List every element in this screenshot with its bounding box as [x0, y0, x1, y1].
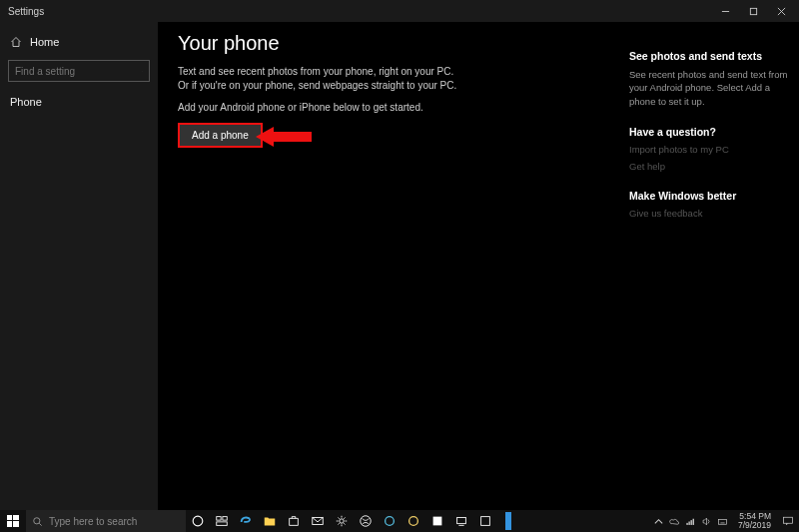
question-heading: Have a question?	[629, 126, 789, 138]
svg-rect-14	[217, 517, 221, 521]
tray-chevron-icon[interactable]	[653, 516, 664, 527]
add-phone-button[interactable]: Add a phone	[178, 123, 263, 148]
svg-rect-32	[784, 517, 793, 523]
svg-point-11	[34, 517, 40, 523]
store-icon[interactable]	[282, 510, 306, 532]
cortana-icon[interactable]	[186, 510, 210, 532]
svg-point-20	[386, 517, 395, 526]
svg-rect-10	[13, 521, 19, 527]
minimize-button[interactable]	[711, 0, 739, 22]
app-icon-5[interactable]	[473, 510, 497, 532]
svg-point-19	[361, 516, 372, 527]
home-nav[interactable]: Home	[0, 30, 158, 54]
sidebar: Home Phone	[0, 22, 158, 510]
window-title: Settings	[4, 6, 711, 17]
content-panel: Your phone Text and see recent photos fr…	[158, 22, 629, 510]
svg-marker-6	[256, 127, 312, 147]
app-icon-1[interactable]	[378, 510, 401, 532]
search-icon	[142, 66, 143, 77]
svg-point-21	[409, 517, 418, 526]
svg-line-12	[39, 523, 41, 525]
svg-point-18	[340, 519, 344, 523]
settings-icon[interactable]	[330, 510, 354, 532]
svg-rect-23	[457, 518, 466, 524]
svg-rect-25	[481, 517, 490, 526]
home-icon	[10, 36, 22, 48]
svg-rect-9	[7, 521, 12, 527]
svg-rect-7	[7, 515, 12, 520]
search-icon	[32, 516, 43, 527]
home-label: Home	[30, 36, 59, 48]
page-desc-1: Text and see recent photos from your pho…	[178, 65, 457, 93]
better-heading: Make Windows better	[629, 190, 789, 202]
svg-rect-22	[433, 517, 442, 526]
search-input[interactable]	[15, 66, 142, 77]
app-icon-2[interactable]	[401, 510, 425, 532]
active-app-indicator[interactable]	[505, 512, 511, 530]
page-desc-2: Add your Android phone or iPhone below t…	[178, 101, 457, 115]
action-center-button[interactable]	[777, 510, 799, 532]
start-button[interactable]	[0, 510, 26, 532]
svg-rect-28	[690, 520, 691, 525]
annotation-arrow-icon	[256, 126, 312, 148]
sidebar-item-phone[interactable]: Phone	[0, 88, 158, 116]
edge-icon[interactable]	[234, 510, 258, 532]
maximize-button[interactable]	[739, 0, 767, 22]
taskbar-search[interactable]: Type here to search	[26, 510, 186, 532]
svg-rect-30	[718, 519, 726, 524]
close-button[interactable]	[767, 0, 795, 22]
link-get-help[interactable]: Get help	[629, 161, 789, 172]
svg-rect-27	[688, 521, 689, 524]
tray-cloud-icon[interactable]	[669, 516, 680, 527]
tray-volume-icon[interactable]	[701, 516, 712, 527]
taskbar-pinned	[186, 510, 519, 532]
notification-icon	[782, 515, 794, 527]
info-panel: See photos and send texts See recent pho…	[629, 22, 799, 510]
file-explorer-icon[interactable]	[258, 510, 282, 532]
svg-rect-16	[217, 522, 228, 526]
link-import-photos[interactable]: Import photos to my PC	[629, 144, 789, 155]
system-tray[interactable]	[653, 516, 732, 527]
svg-rect-1	[750, 8, 756, 14]
windows-icon	[7, 515, 19, 527]
mail-icon[interactable]	[306, 510, 330, 532]
svg-rect-15	[223, 517, 227, 521]
photos-heading: See photos and send texts	[629, 50, 789, 62]
svg-rect-8	[13, 515, 19, 520]
task-view-icon[interactable]	[210, 510, 234, 532]
svg-rect-29	[692, 518, 693, 524]
link-feedback[interactable]: Give us feedback	[629, 208, 789, 219]
page-title: Your phone	[178, 32, 609, 55]
settings-search[interactable]	[8, 60, 150, 82]
titlebar: Settings	[0, 0, 799, 22]
photos-body: See recent photos and send text from you…	[629, 68, 789, 108]
tray-network-icon[interactable]	[685, 516, 696, 527]
xbox-icon[interactable]	[354, 510, 378, 532]
svg-point-4	[142, 71, 143, 72]
taskbar: Type here to search 5:54 PM 7/9/2019	[0, 510, 799, 532]
app-icon-3[interactable]	[425, 510, 449, 532]
main-area: Home Phone Your phone Text and see recen…	[0, 22, 799, 510]
clock-date: 7/9/2019	[738, 521, 771, 530]
svg-rect-26	[686, 522, 687, 524]
taskbar-clock[interactable]: 5:54 PM 7/9/2019	[732, 512, 777, 531]
taskbar-search-placeholder: Type here to search	[49, 516, 137, 527]
svg-point-13	[193, 516, 203, 526]
app-icon-4[interactable]	[449, 510, 473, 532]
tray-keyboard-icon[interactable]	[717, 516, 728, 527]
